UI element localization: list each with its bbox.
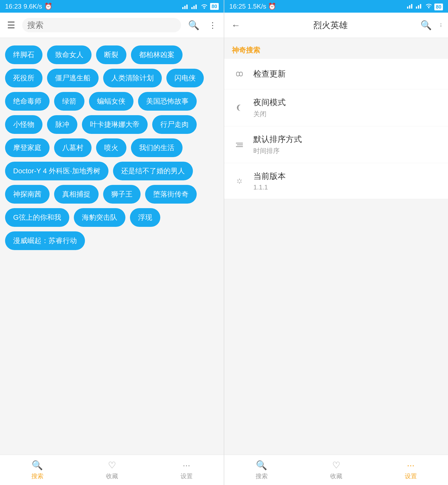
right-bottom-nav: 🔍 搜索 ♡ 收藏 ··· 设置 — [224, 455, 448, 485]
left-more-icon[interactable]: ⋮ — [207, 18, 219, 32]
svg-rect-16 — [236, 146, 243, 147]
left-menu-icon[interactable]: ☰ — [5, 18, 17, 33]
left-search-input[interactable] — [27, 20, 176, 30]
settings-item-title-2: 默认排序方式 — [253, 134, 440, 145]
right-status-left: 16:25 1.5K/s ⏰ — [229, 3, 276, 10]
right-alarm-icon: ⏰ — [268, 3, 276, 10]
tag-item[interactable]: G弦上的你和我 — [5, 208, 69, 227]
left-battery: 80 — [210, 3, 219, 10]
left-search-area[interactable] — [22, 18, 181, 32]
left-status-bar: 16:23 9.6K/s ⏰ — [0, 0, 224, 13]
tag-item[interactable]: 美国恐怖故事 — [138, 92, 197, 111]
right-nav-favorites-label: 收藏 — [330, 472, 342, 480]
left-signal-icon — [182, 4, 189, 9]
tag-item[interactable]: 行尸走肉 — [152, 115, 197, 134]
tag-item[interactable]: 神探南茜 — [5, 185, 50, 204]
right-back-btn[interactable]: ← — [229, 18, 242, 33]
left-nav-search-label: 搜索 — [31, 472, 43, 480]
settings-item-icon-0 — [232, 66, 247, 82]
settings-item-0[interactable]: 检查更新 — [224, 59, 448, 89]
right-status-bar: 16:25 1.5K/s ⏰ 80 — [224, 0, 448, 13]
right-search-btn[interactable]: 🔍 — [418, 18, 434, 33]
tag-item[interactable]: 都柏林凶案 — [131, 45, 183, 64]
tag-item[interactable]: 人类清除计划 — [103, 69, 162, 87]
settings-item-subtitle-3: 1.1.1 — [253, 183, 440, 191]
right-nav-settings-label: 设置 — [405, 472, 417, 480]
right-network-speed: 1.5K/s — [248, 3, 268, 10]
tag-item[interactable]: 闪电侠 — [166, 69, 204, 87]
left-time: 16:23 — [5, 3, 21, 10]
tag-item[interactable]: 我们的生活 — [131, 138, 183, 157]
settings-item-title-1: 夜间模式 — [253, 97, 440, 108]
tag-item[interactable]: 堕落街传奇 — [145, 185, 197, 204]
svg-rect-3 — [191, 7, 193, 9]
left-bottom-nav: 🔍 搜索 ♡ 收藏 ··· 设置 — [0, 455, 224, 485]
tag-item[interactable]: 喷火 — [96, 138, 126, 157]
tag-item[interactable]: 摩登家庭 — [5, 138, 50, 157]
tag-item[interactable]: 狮子王 — [103, 185, 141, 204]
tag-item[interactable]: 浮现 — [130, 208, 160, 227]
svg-rect-10 — [416, 7, 417, 9]
right-time: 16:25 — [229, 3, 246, 10]
right-wifi-icon — [425, 3, 433, 9]
left-nav-favorites[interactable]: ♡ 收藏 — [75, 455, 149, 485]
right-top-bar: ← 烈火英雄 🔍 ⋮ — [224, 13, 448, 38]
left-wifi-icon — [200, 4, 208, 9]
left-status-left: 16:23 9.6K/s ⏰ — [5, 3, 52, 10]
tag-item[interactable]: 还是结不了婚的男人 — [113, 162, 193, 180]
svg-point-13 — [428, 7, 429, 8]
tag-item[interactable]: 海豹突击队 — [74, 208, 125, 227]
svg-rect-11 — [418, 5, 419, 9]
left-top-bar: ☰ 🔍 ⋮ — [0, 13, 224, 38]
left-signal-icon2 — [191, 4, 198, 9]
right-nav-favorites-icon: ♡ — [332, 460, 340, 471]
right-phone: 16:25 1.5K/s ⏰ 80 — [224, 0, 448, 485]
right-title: 烈火英雄 — [248, 19, 413, 31]
left-alarm-icon: ⏰ — [44, 3, 52, 10]
settings-item-title-0: 检查更新 — [253, 68, 440, 80]
svg-rect-1 — [184, 6, 186, 9]
settings-item-icon-2 — [232, 137, 247, 152]
tag-item[interactable]: 绊脚石 — [5, 45, 42, 64]
tag-item[interactable]: 致命女人 — [47, 45, 92, 64]
settings-item-text-0: 检查更新 — [253, 68, 440, 80]
svg-rect-12 — [420, 4, 421, 9]
left-nav-settings-icon: ··· — [183, 460, 190, 471]
left-search-icon-btn[interactable]: 🔍 — [186, 18, 201, 33]
tag-item[interactable]: 叶卡捷琳娜大帝 — [82, 115, 148, 134]
left-nav-search[interactable]: 🔍 搜索 — [0, 455, 75, 485]
tag-item[interactable]: 蝙蝠女侠 — [89, 92, 133, 111]
right-status-right: 80 — [407, 3, 443, 10]
tag-item[interactable]: Doctor-Y 4 外科医·加地秀树 — [5, 162, 108, 180]
tag-item[interactable]: 八墓村 — [54, 138, 92, 157]
left-nav-settings[interactable]: ··· 设置 — [149, 455, 224, 485]
right-nav-settings-icon: ··· — [407, 460, 414, 471]
settings-item-3[interactable]: 当前版本1.1.1 — [224, 163, 448, 199]
svg-rect-4 — [193, 6, 195, 9]
svg-rect-8 — [409, 5, 410, 9]
settings-section-header: 神奇搜索 — [224, 38, 448, 59]
right-settings-content: 神奇搜索 检查更新夜间模式关闭默认排序方式时间排序当前版本1.1.1 — [224, 38, 448, 455]
tag-item[interactable]: 僵尸逃生船 — [47, 69, 99, 87]
settings-item-text-3: 当前版本1.1.1 — [253, 171, 440, 191]
right-signal-icon — [407, 3, 414, 9]
right-more-btn[interactable]: ⋮ — [439, 23, 443, 28]
tag-item[interactable]: 断裂 — [96, 45, 126, 64]
settings-item-2[interactable]: 默认排序方式时间排序 — [224, 126, 448, 163]
tag-item[interactable]: 真相捕捉 — [54, 185, 99, 204]
tag-item[interactable]: 小怪物 — [5, 115, 42, 134]
tag-item[interactable]: 死役所 — [5, 69, 42, 87]
svg-rect-14 — [236, 143, 243, 143]
right-nav-search-label: 搜索 — [256, 472, 268, 480]
right-nav-favorites[interactable]: ♡ 收藏 — [299, 455, 373, 485]
settings-item-icon-3 — [232, 174, 247, 189]
settings-item-1[interactable]: 夜间模式关闭 — [224, 89, 448, 126]
tag-item[interactable]: 漫威崛起：苏睿行动 — [5, 231, 85, 250]
tag-item[interactable]: 脉冲 — [47, 115, 77, 134]
right-nav-search[interactable]: 🔍 搜索 — [224, 455, 299, 485]
svg-rect-9 — [411, 4, 412, 9]
left-tag-cloud: 绊脚石致命女人断裂都柏林凶案死役所僵尸逃生船人类清除计划闪电侠绝命毒师绿箭蝙蝠女… — [5, 45, 219, 250]
right-nav-settings[interactable]: ··· 设置 — [373, 455, 448, 485]
tag-item[interactable]: 绿箭 — [54, 92, 84, 111]
tag-item[interactable]: 绝命毒师 — [5, 92, 50, 111]
